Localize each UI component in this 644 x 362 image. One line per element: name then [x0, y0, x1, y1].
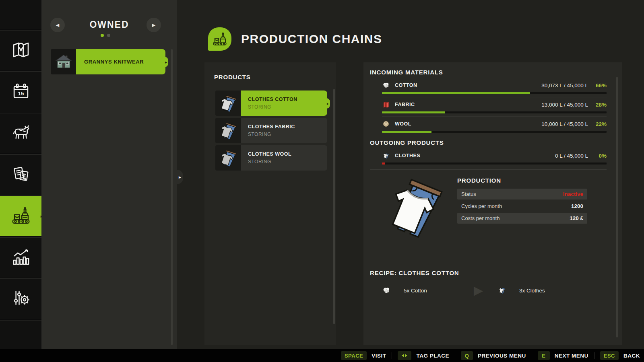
sidebar-item-settings[interactable]	[0, 278, 41, 319]
owned-item-grannys-knitwear[interactable]: GRANNYS KNITWEAR ▸	[51, 49, 165, 74]
hint-label: TAG PLACE	[416, 353, 449, 359]
product-amount: 0 L / 45,000 L	[555, 153, 588, 159]
handle-arrow-icon: ►	[178, 175, 182, 179]
page-indicator	[41, 34, 169, 37]
fabric-icon	[382, 100, 391, 109]
product-item-clothes-fabric[interactable]: CLOTHES FABRIC STORING	[215, 118, 327, 143]
owned-panel: ◀ OWNED ▶ GRANNYS	[41, 0, 177, 349]
hint-label: BACK	[623, 353, 640, 359]
hint-back[interactable]: ESC BACK	[600, 351, 640, 360]
material-amount: 30,073 L / 45,000 L	[541, 82, 588, 88]
material-name: FABRIC	[395, 102, 541, 107]
sidebar-item-animals[interactable]	[0, 113, 41, 153]
production-chains-badge-icon	[211, 31, 228, 47]
hint-label: NEXT MENU	[555, 353, 588, 359]
recipe-heading: RECIPE: CLOTHES COTTON	[370, 269, 607, 276]
products-scrollbar[interactable]	[333, 89, 335, 324]
incoming-materials-heading: INCOMING MATERIALS	[370, 69, 607, 76]
product-status: STORING	[248, 104, 327, 110]
clothes-icon	[497, 286, 506, 295]
empty-indicator	[382, 162, 385, 165]
e-key: E	[538, 351, 550, 360]
product-name: CLOTHES	[395, 153, 555, 158]
item-arrow-icon: ▸	[165, 60, 167, 64]
row-label: Cycles per month	[461, 203, 571, 209]
recipe-row: 5x Cotton ▶ 3x Clothes	[382, 284, 607, 296]
material-amount: 10,000 L / 45,000 L	[541, 121, 588, 127]
table-row-cycles: Cycles per month 1200	[457, 201, 587, 212]
product-item-body: CLOTHES COTTON STORING ▸	[241, 90, 327, 116]
row-label: Status	[461, 191, 563, 197]
product-name: CLOTHES WOOL	[248, 151, 327, 157]
hint-visit[interactable]: SPACE VISIT	[341, 351, 386, 360]
production-chains-screen: 15	[0, 0, 644, 362]
production-info: PRODUCTION Status Inactive Cycles per mo…	[457, 175, 587, 245]
material-name: COTTON	[395, 82, 541, 88]
product-item-clothes-wool[interactable]: CLOTHES WOOL STORING	[215, 145, 327, 171]
products-panel: PRODUCTS CLOTHES COTTON STORING	[204, 62, 336, 345]
cycles-value: 1200	[571, 203, 583, 209]
product-item-clothes-cotton[interactable]: CLOTHES COTTON STORING ▸	[215, 90, 327, 116]
factory-thumbnail	[51, 49, 76, 74]
calendar-icon: 15	[10, 80, 32, 104]
bar-fill	[382, 131, 431, 133]
recipe-input: 5x Cotton	[382, 286, 474, 295]
hint-divider	[532, 352, 532, 359]
sidebar-item-map[interactable]	[0, 30, 41, 70]
hint-tag-place[interactable]: TAG PLACE	[398, 351, 449, 360]
cow-icon	[10, 122, 32, 145]
page-title: PRODUCTION CHAINS	[241, 32, 382, 46]
clothes-image	[218, 120, 239, 141]
owned-scrollbar[interactable]	[171, 49, 173, 345]
row-divider	[382, 116, 607, 117]
production-block: PRODUCTION Status Inactive Cycles per mo…	[382, 175, 607, 245]
material-amount: 13,000 L / 45,000 L	[541, 102, 588, 108]
panel-collapse-handle[interactable]: ►	[177, 170, 183, 184]
recipe-output-text: 3x Clothes	[519, 288, 545, 294]
tab-icon	[401, 354, 408, 358]
sidebar-spacer	[0, 0, 41, 29]
fill-level-bar	[382, 162, 607, 165]
costs-value: 120 £	[570, 215, 583, 221]
q-key: Q	[461, 351, 473, 360]
statistics-icon	[10, 246, 32, 269]
production-table: Status Inactive Cycles per month 1200 Co…	[457, 189, 587, 224]
sidebar-item-contracts[interactable]	[0, 154, 41, 195]
recipe-input-text: 5x Cotton	[404, 288, 427, 294]
product-list: CLOTHES COTTON STORING ▸	[215, 90, 327, 171]
item-arrow-icon: ▸	[327, 101, 329, 105]
bar-fill	[382, 111, 445, 113]
product-percent: 0%	[588, 153, 607, 159]
next-page-button[interactable]: ▶	[147, 18, 161, 32]
page-dot-active	[101, 34, 104, 37]
settings-icon	[10, 288, 32, 311]
table-row-status: Status Inactive	[457, 189, 587, 200]
product-row-clothes: CLOTHES 0 L / 45,000 L 0%	[382, 151, 607, 165]
hint-next-menu[interactable]: E NEXT MENU	[538, 351, 588, 360]
hint-label: VISIT	[372, 353, 386, 359]
clothes-image	[218, 148, 239, 169]
product-name: CLOTHES FABRIC	[248, 124, 327, 130]
row-label: Costs per month	[461, 215, 570, 221]
section-divider	[370, 169, 607, 170]
clothes-thumbnail	[215, 90, 241, 116]
product-large-image	[382, 175, 452, 245]
outgoing-products-list: CLOTHES 0 L / 45,000 L 0%	[382, 151, 607, 165]
owned-item-label-area: GRANNYS KNITWEAR ▸	[76, 49, 165, 74]
hint-divider	[594, 352, 594, 359]
sidebar-spacer-bottom	[0, 320, 41, 349]
owned-item-name: GRANNYS KNITWEAR	[84, 59, 144, 65]
bar-fill	[382, 92, 530, 94]
material-percent: 22%	[588, 121, 607, 127]
header-badge	[208, 27, 231, 51]
svg-text:15: 15	[18, 90, 24, 97]
fill-level-bar	[382, 131, 607, 133]
hint-previous-menu[interactable]: Q PREVIOUS MENU	[461, 351, 526, 360]
sidebar-item-calendar[interactable]: 15	[0, 71, 41, 112]
production-chains-icon	[10, 205, 32, 228]
sidebar-item-production-chains[interactable]: ►	[0, 195, 41, 236]
sidebar-item-statistics[interactable]	[0, 237, 41, 278]
detail-scrollbar[interactable]	[616, 77, 618, 337]
product-status: STORING	[248, 159, 327, 165]
products-heading: PRODUCTS	[214, 74, 251, 80]
